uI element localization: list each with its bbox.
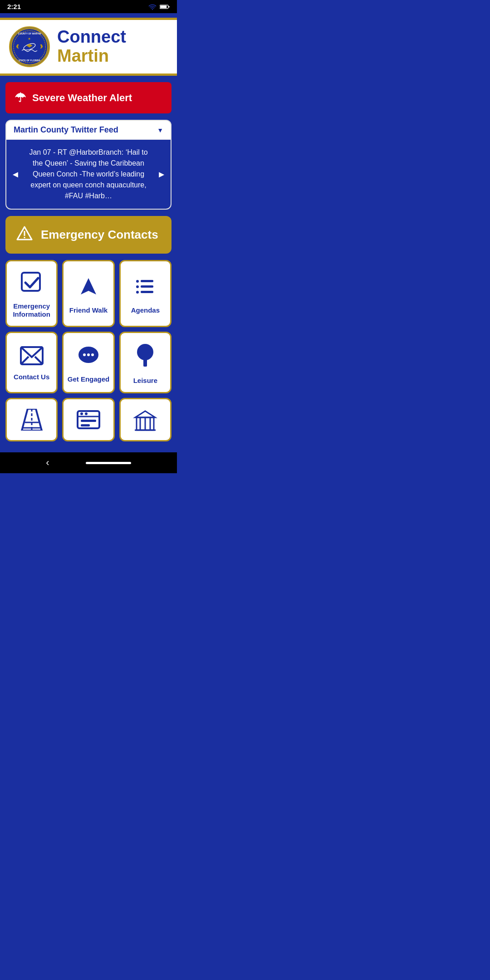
wifi-icon <box>148 3 157 10</box>
back-button[interactable]: ‹ <box>46 457 49 469</box>
leisure-label: Leisure <box>133 377 157 385</box>
bottom-nav: ‹ <box>0 452 177 473</box>
main-content: ☂ Severe Weather Alert Martin County Twi… <box>0 76 177 452</box>
app-title: Connect Martin <box>57 28 168 66</box>
twitter-feed-content: ◄ Jan 07 - RT @HarborBranch: ‘Hail to th… <box>6 140 171 209</box>
svg-line-23 <box>35 357 43 364</box>
agendas-label: Agendas <box>131 306 160 314</box>
svg-line-22 <box>21 357 29 364</box>
warning-triangle-icon <box>16 225 33 245</box>
svg-rect-12 <box>24 237 25 238</box>
twitter-next-arrow[interactable]: ► <box>157 167 166 181</box>
twitter-prev-arrow[interactable]: ◄ <box>11 167 20 181</box>
battery-icon <box>160 4 170 10</box>
chevron-down-icon: ▼ <box>157 127 163 134</box>
emergency-information-label: EmergencyInformation <box>13 302 50 318</box>
svg-point-28 <box>91 353 94 356</box>
svg-rect-18 <box>141 285 153 288</box>
title-martin: Martin <box>57 46 109 65</box>
svg-text:STATE OF FLORIDA: STATE OF FLORIDA <box>19 59 40 62</box>
emergency-information-button[interactable]: EmergencyInformation <box>5 260 58 327</box>
leisure-button[interactable]: Leisure <box>119 332 172 393</box>
list-icon <box>133 274 157 301</box>
menu-grid-row2: Contact Us Get Engaged <box>5 332 172 393</box>
svg-rect-2 <box>168 6 169 7</box>
svg-text:COUNTY OF MARTIN: COUNTY OF MARTIN <box>18 32 41 35</box>
twitter-feed-card[interactable]: Martin County Twitter Feed ▼ ◄ Jan 07 - … <box>5 120 172 210</box>
svg-point-38 <box>85 412 88 415</box>
svg-point-26 <box>83 353 86 356</box>
contact-us-label: Contact Us <box>14 373 49 381</box>
umbrella-icon: ☂ <box>15 90 26 105</box>
svg-marker-14 <box>81 278 96 294</box>
svg-rect-11 <box>24 231 25 236</box>
menu-grid-row3 <box>5 398 172 441</box>
svg-rect-40 <box>81 424 90 426</box>
seal-svg: COUNTY OF MARTIN STATE OF FLORIDA ★ <box>10 28 49 66</box>
contact-us-button[interactable]: Contact Us <box>5 332 58 393</box>
svg-point-37 <box>80 412 83 415</box>
svg-point-19 <box>136 291 139 294</box>
weather-alert-bar[interactable]: ☂ Severe Weather Alert <box>5 82 172 113</box>
road-icon <box>20 409 44 432</box>
navigation-arrow-icon <box>76 274 101 301</box>
status-bar: 2:21 <box>0 0 177 13</box>
roads-button[interactable] <box>5 398 58 441</box>
svg-text:★: ★ <box>28 36 31 41</box>
browser-icon <box>76 410 101 431</box>
get-engaged-label: Get Engaged <box>68 375 110 383</box>
tweet-text: Jan 07 - RT @HarborBranch: ‘Hail to the … <box>27 147 150 201</box>
svg-point-17 <box>136 285 139 288</box>
alert-label: Severe Weather Alert <box>32 92 132 104</box>
top-blue-stripe <box>0 13 177 18</box>
time-display: 2:21 <box>7 3 21 10</box>
svg-marker-42 <box>135 411 155 417</box>
twitter-feed-title: Martin County Twitter Feed <box>14 125 118 135</box>
svg-rect-16 <box>141 280 153 282</box>
agendas-button[interactable]: Agendas <box>119 260 172 327</box>
home-bar[interactable] <box>86 462 131 464</box>
government-button[interactable] <box>119 398 172 441</box>
svg-point-15 <box>136 280 139 283</box>
svg-rect-30 <box>143 358 147 367</box>
app-header: COUNTY OF MARTIN STATE OF FLORIDA ★ Conn… <box>0 20 177 74</box>
browser-button[interactable] <box>62 398 114 441</box>
svg-point-27 <box>87 353 90 356</box>
envelope-icon <box>20 346 44 368</box>
friend-walk-label: Friend Walk <box>69 306 108 314</box>
tree-icon <box>133 342 157 371</box>
menu-grid-row1: EmergencyInformation Friend Walk <box>5 260 172 327</box>
checkbox-check-icon <box>20 270 44 297</box>
status-icons <box>148 3 170 10</box>
emergency-contacts-button[interactable]: Emergency Contacts <box>5 216 172 254</box>
svg-rect-13 <box>22 273 40 291</box>
title-connect: Connect <box>57 27 126 46</box>
svg-rect-39 <box>81 420 96 422</box>
chat-bubbles-icon <box>76 343 101 370</box>
get-engaged-button[interactable]: Get Engaged <box>62 332 114 393</box>
county-seal: COUNTY OF MARTIN STATE OF FLORIDA ★ <box>9 26 50 67</box>
friend-walk-button[interactable]: Friend Walk <box>62 260 114 327</box>
building-icon <box>133 408 157 433</box>
svg-rect-1 <box>160 5 167 8</box>
emergency-contacts-label: Emergency Contacts <box>41 228 158 242</box>
twitter-feed-header[interactable]: Martin County Twitter Feed ▼ <box>6 121 171 140</box>
svg-rect-20 <box>141 291 153 293</box>
svg-point-29 <box>137 344 153 360</box>
